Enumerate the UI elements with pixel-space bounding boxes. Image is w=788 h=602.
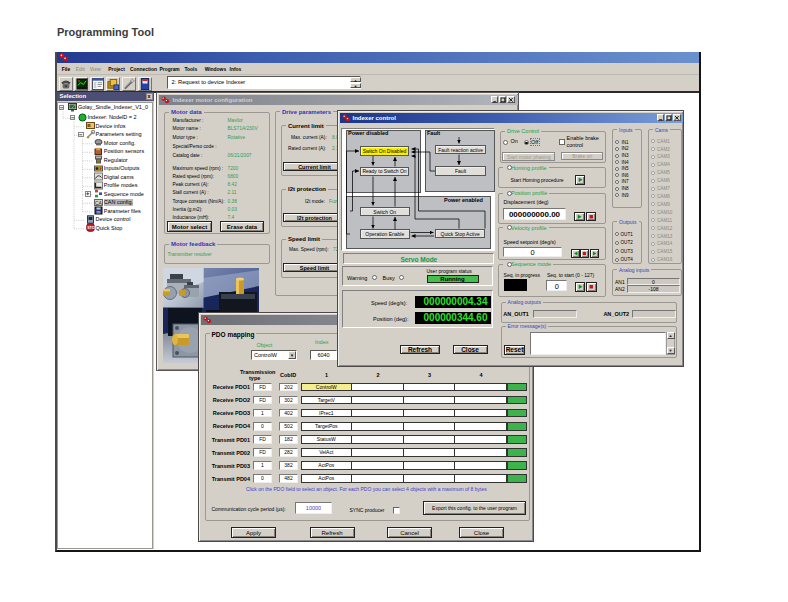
svg-text:STOP: STOP bbox=[87, 227, 95, 231]
svg-text:CA: CA bbox=[95, 199, 103, 205]
